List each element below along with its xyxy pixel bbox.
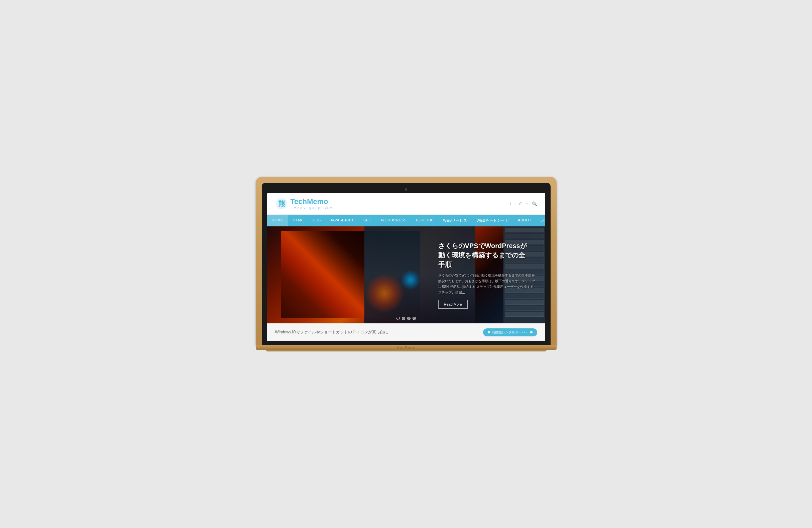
nav-item-webservice[interactable]: WEBサービス bbox=[438, 215, 472, 226]
scene: 熊 TechMemo テクノロジーをメモするブログ f t G ⌂ 🔍 bbox=[256, 177, 556, 352]
macbook-camera bbox=[405, 188, 407, 190]
badge-label: 高性能レンタルサーバー bbox=[492, 330, 528, 335]
logo-title: TechMemo bbox=[290, 197, 333, 206]
macbook-base: MacBook bbox=[256, 345, 556, 350]
header-icons: f t G ⌂ 🔍 bbox=[510, 201, 537, 206]
nav-item-about[interactable]: ABOUT bbox=[513, 215, 536, 226]
macbook-screen: 熊 TechMemo テクノロジーをメモするブログ f t G ⌂ 🔍 bbox=[267, 193, 545, 341]
site-nav: HOME HTML CSS JAVASCRIPT SEO WORDPRESS E… bbox=[267, 215, 545, 226]
hero-title: さくらのVPSでWordPressが動く環境を構築するまでの全手順 bbox=[438, 241, 535, 269]
logo-subtitle: テクノロジーをメモするブログ bbox=[290, 206, 333, 210]
nav-item-webcheatsheet[interactable]: WEBチートシート bbox=[472, 215, 513, 226]
site-header: 熊 TechMemo テクノロジーをメモするブログ f t G ⌂ 🔍 bbox=[267, 193, 545, 215]
logo-icon: 熊 bbox=[275, 197, 288, 210]
hero-background: さくらのVPSでWordPressが動く環境を構築するまでの全手順 さくらのVP… bbox=[267, 226, 545, 323]
facebook-icon[interactable]: f bbox=[510, 201, 511, 206]
read-more-button[interactable]: Read More bbox=[438, 300, 468, 309]
nav-item-wordpress[interactable]: WORDPRESS bbox=[376, 215, 411, 226]
site-footer-bar: Windows10でファイルやショートカットのアイコンが真っ白に 高性能レンタル… bbox=[267, 323, 545, 341]
logo-text-area: TechMemo テクノロジーをメモするブログ bbox=[290, 197, 333, 210]
nav-item-contact[interactable]: お問い合わせ bbox=[536, 215, 545, 226]
macbook-foot bbox=[266, 350, 547, 352]
footer-article-title: Windows10でファイルやショートカットのアイコンが真っ白に bbox=[275, 329, 388, 335]
slider-dot-2[interactable] bbox=[402, 317, 405, 320]
hero-slider: さくらのVPSでWordPressが動く環境を構築するまでの全手順 さくらのVP… bbox=[267, 226, 545, 323]
nav-item-seo[interactable]: SEO bbox=[359, 215, 376, 226]
rental-server-badge[interactable]: 高性能レンタルサーバー bbox=[483, 328, 537, 337]
svg-text:熊: 熊 bbox=[278, 200, 285, 207]
hero-content: さくらのVPSでWordPressが動く環境を構築するまでの全手順 さくらのVP… bbox=[438, 241, 535, 309]
slider-dot-3[interactable] bbox=[407, 317, 410, 320]
macbook-shell: 熊 TechMemo テクノロジーをメモするブログ f t G ⌂ 🔍 bbox=[256, 177, 556, 345]
rss-icon[interactable]: ⌂ bbox=[526, 201, 528, 206]
nav-item-javascript[interactable]: JAVASCRIPT bbox=[325, 215, 359, 226]
slider-dots bbox=[396, 317, 416, 320]
macbook-label: MacBook bbox=[256, 345, 556, 350]
hero-description: さくらのVPSでWordPressが動く環境を構築するまでの全手順を解説いたしま… bbox=[438, 272, 535, 295]
nav-item-home[interactable]: HOME bbox=[267, 215, 288, 226]
googleplus-icon[interactable]: G bbox=[519, 201, 522, 206]
nav-item-eccube[interactable]: EC-CUBE bbox=[411, 215, 438, 226]
slider-dot-1[interactable] bbox=[396, 317, 400, 320]
badge-dot bbox=[488, 331, 490, 333]
nav-item-html[interactable]: HTML bbox=[288, 215, 308, 226]
slider-dot-4[interactable] bbox=[412, 317, 416, 320]
macbook-bezel: 熊 TechMemo テクノロジーをメモするブログ f t G ⌂ 🔍 bbox=[262, 183, 551, 345]
logo-area: 熊 TechMemo テクノロジーをメモするブログ bbox=[275, 197, 333, 210]
badge-dot-2 bbox=[530, 331, 533, 333]
nav-item-css[interactable]: CSS bbox=[308, 215, 325, 226]
search-icon[interactable]: 🔍 bbox=[532, 201, 537, 206]
twitter-icon[interactable]: t bbox=[514, 201, 516, 206]
